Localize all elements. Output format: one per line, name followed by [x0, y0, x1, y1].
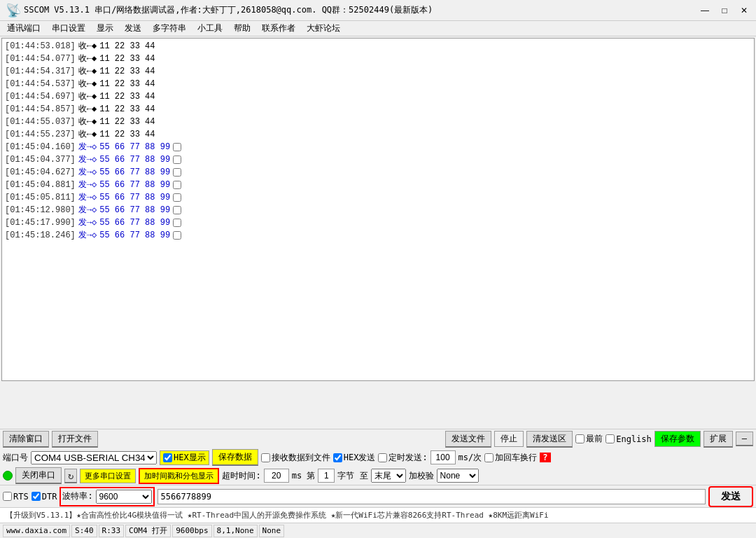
minimize-btn2[interactable]: —	[736, 432, 753, 446]
hex-display-text: HEX显示	[174, 452, 206, 464]
send-button[interactable]: 发送	[708, 486, 753, 507]
log-data: 11 22 33 44	[99, 65, 155, 78]
log-checkbox[interactable]	[173, 219, 181, 227]
hex-send-checkbox[interactable]	[333, 453, 342, 462]
log-timestamp: [01:44:55.037]	[5, 116, 76, 128]
toolbar2-row: 端口号 COM4 USB-SERIAL CH340 HEX显示 保存数据 接收数…	[0, 448, 756, 467]
last-checkbox-label[interactable]: 最前	[575, 433, 603, 445]
log-line: [01:44:55.237]收←◆11 22 33 44	[5, 128, 751, 141]
log-area[interactable]: [01:44:53.018]收←◆11 22 33 44[01:44:54.07…	[1, 38, 755, 381]
stop-button[interactable]: 停止	[494, 431, 524, 447]
log-timestamp: [01:45:04.377]	[5, 153, 76, 166]
log-direction: 收←◆	[78, 128, 97, 141]
hex-display-checkbox[interactable]	[163, 453, 172, 462]
log-line: [01:44:54.077]收←◆11 22 33 44	[5, 53, 751, 65]
send-file-button[interactable]: 发送文件	[445, 431, 491, 448]
log-line: [01:45:12.980]发→◇55 66 77 88 99	[5, 204, 751, 216]
baud-select[interactable]: 9600 115200 57600 38400 19200	[96, 490, 152, 504]
log-checkbox[interactable]	[173, 168, 181, 177]
open-file-button[interactable]: 打开文件	[52, 431, 98, 448]
log-checkbox[interactable]	[173, 193, 181, 202]
send-input[interactable]: 5566778899	[158, 489, 706, 504]
rts-dtr-controls: RTS DTR	[3, 492, 57, 502]
log-direction: 发→◇	[78, 204, 97, 216]
clear-send-button[interactable]: 清发送区	[526, 431, 573, 448]
maximize-button[interactable]: □	[715, 3, 734, 18]
menu-item-串口设置[interactable]: 串口设置	[46, 21, 91, 36]
question-icon[interactable]: ?	[540, 453, 550, 462]
port-select[interactable]: COM4 USB-SERIAL CH340	[31, 451, 157, 464]
hex-send-text: HEX发送	[344, 452, 376, 464]
log-checkbox[interactable]	[173, 181, 181, 189]
log-timestamp: [01:44:54.857]	[5, 103, 76, 116]
menu-item-小工具[interactable]: 小工具	[192, 21, 228, 36]
menu-item-多字符串[interactable]: 多字符串	[147, 21, 192, 36]
clear-window-button[interactable]: 清除窗口	[3, 431, 49, 448]
close-port-text: 关闭串口	[22, 469, 55, 481]
log-data: 11 22 33 44	[99, 103, 155, 116]
log-checkbox[interactable]	[173, 156, 181, 164]
timed-send-checkbox[interactable]	[378, 453, 387, 462]
menu-item-帮助[interactable]: 帮助	[228, 21, 256, 36]
menu-item-联系作者[interactable]: 联系作者	[256, 21, 301, 36]
more-ports-button[interactable]: 更多串口设置	[80, 469, 136, 483]
byte-input[interactable]	[318, 469, 335, 483]
save-data-button[interactable]: 保存数据	[212, 449, 258, 466]
add-crlf-label[interactable]: 加回车换行	[484, 452, 537, 464]
add-crlf-checkbox[interactable]	[484, 453, 493, 462]
log-direction: 收←◆	[78, 65, 97, 78]
rts-checkbox[interactable]	[3, 492, 12, 501]
log-checkbox[interactable]	[173, 143, 181, 151]
log-data: 55 66 77 88 99	[99, 141, 170, 153]
checksum-select[interactable]: None	[437, 469, 479, 483]
hex-send-label[interactable]: HEX发送	[333, 452, 376, 464]
refresh-port-button[interactable]: ↻	[64, 469, 77, 483]
menu-item-发送[interactable]: 发送	[119, 21, 147, 36]
close-button[interactable]: ✕	[735, 3, 753, 18]
hex-display-label[interactable]: HEX显示	[160, 450, 209, 465]
log-timestamp: [01:45:18.246]	[5, 229, 76, 242]
log-direction: 发→◇	[78, 141, 97, 153]
log-direction: 发→◇	[78, 216, 97, 229]
minimize-button[interactable]: —	[696, 3, 714, 18]
end-select[interactable]: 末尾	[371, 469, 406, 483]
english-checkbox-label[interactable]: English	[606, 434, 652, 444]
save-params-button[interactable]: 保存参数	[654, 431, 701, 447]
dtr-label[interactable]: DTR	[31, 492, 57, 502]
log-checkbox[interactable]	[173, 231, 181, 240]
recv-to-file-text: 接收数据到文件	[272, 452, 330, 464]
log-data: 55 66 77 88 99	[99, 191, 170, 204]
log-data: 55 66 77 88 99	[99, 204, 170, 216]
menu-item-显示[interactable]: 显示	[91, 21, 119, 36]
english-checkbox[interactable]	[606, 434, 615, 443]
log-checkbox[interactable]	[173, 206, 181, 214]
log-direction: 发→◇	[78, 166, 97, 179]
log-direction: 发→◇	[78, 179, 97, 191]
timeout-input[interactable]	[264, 469, 289, 483]
recv-to-file-label[interactable]: 接收数据到文件	[261, 452, 330, 464]
menu-item-大虾论坛[interactable]: 大虾论坛	[301, 21, 346, 36]
rts-label[interactable]: RTS	[3, 492, 29, 502]
dtr-checkbox[interactable]	[31, 492, 41, 501]
timed-interval-input[interactable]: 100	[430, 450, 456, 464]
recv-to-file-checkbox[interactable]	[261, 453, 270, 462]
timed-send-label[interactable]: 定时发送:	[378, 452, 427, 464]
menu-item-通讯端口[interactable]: 通讯端口	[1, 21, 46, 36]
close-port-button[interactable]: 关闭串口	[15, 467, 62, 484]
expand-button[interactable]: 扩展	[704, 431, 733, 448]
log-data: 11 22 33 44	[99, 128, 155, 141]
log-data: 55 66 77 88 99	[99, 166, 170, 179]
byte-unit: 字节 至	[337, 470, 368, 482]
log-timestamp: [01:45:04.627]	[5, 166, 76, 179]
log-data: 55 66 77 88 99	[99, 229, 170, 242]
log-direction: 发→◇	[78, 191, 97, 204]
log-data: 55 66 77 88 99	[99, 153, 170, 166]
baud-container: 波特率: 9600 115200 57600 38400 19200	[59, 487, 154, 506]
baud-label: 波特率:	[62, 490, 92, 502]
log-data: 11 22 33 44	[99, 40, 155, 53]
log-line: [01:44:54.317]收←◆11 22 33 44	[5, 65, 751, 78]
log-data: 55 66 77 88 99	[99, 216, 170, 229]
log-data: 55 66 77 88 99	[99, 179, 170, 191]
time-pkg-button[interactable]: 加时间戳和分包显示	[139, 468, 219, 484]
last-checkbox[interactable]	[575, 434, 584, 443]
